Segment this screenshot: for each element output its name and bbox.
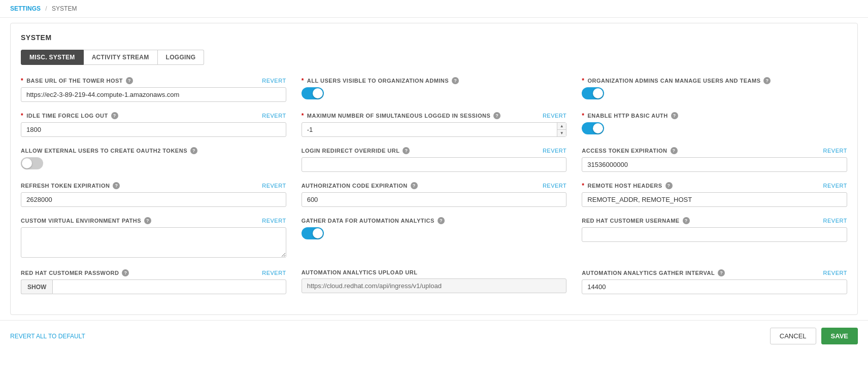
spinner-up[interactable]: ▲ <box>557 123 566 130</box>
max-sessions-revert[interactable]: REVERT <box>543 113 566 119</box>
analytics-gather-interval-input[interactable] <box>582 279 847 294</box>
required-star: * <box>582 182 584 189</box>
field-custom-venv-paths: CUSTOM VIRTUAL ENVIRONMENT PATHS ? REVER… <box>21 217 286 259</box>
max-sessions-help-icon[interactable]: ? <box>493 112 500 119</box>
save-button[interactable]: SAVE <box>821 328 858 344</box>
field-remote-host-headers: * REMOTE HOST HEADERS ? REVERT <box>582 182 847 207</box>
redhat-password-input[interactable] <box>52 279 286 294</box>
tab-activity-stream[interactable]: ACTIVITY STREAM <box>84 50 158 65</box>
redhat-password-group: SHOW <box>21 279 286 294</box>
required-star: * <box>21 112 23 119</box>
system-settings-panel: SYSTEM MISC. SYSTEM ACTIVITY STREAM LOGG… <box>10 23 858 315</box>
gather-analytics-toggle[interactable] <box>302 227 324 239</box>
required-star: * <box>302 112 304 119</box>
remote-host-headers-revert[interactable]: REVERT <box>823 183 847 189</box>
gather-analytics-help-icon[interactable]: ? <box>438 217 445 224</box>
idle-time-help-icon[interactable]: ? <box>111 112 118 119</box>
refresh-token-exp-help-icon[interactable]: ? <box>113 182 120 189</box>
org-admins-manage-toggle-wrap <box>582 87 847 99</box>
access-token-exp-revert[interactable]: REVERT <box>823 148 847 154</box>
breadcrumb-settings-link[interactable]: SETTINGS <box>10 5 41 12</box>
org-admins-manage-label: ORGANIZATION ADMINS CAN MANAGE USERS AND… <box>588 78 761 84</box>
required-star: * <box>21 77 23 84</box>
access-token-exp-input[interactable] <box>582 157 847 172</box>
refresh-token-exp-label: REFRESH TOKEN EXPIRATION <box>21 183 110 189</box>
breadcrumb-separator: / <box>45 5 47 12</box>
login-redirect-revert[interactable]: REVERT <box>543 148 566 154</box>
enable-http-basic-toggle[interactable] <box>582 122 604 134</box>
redhat-password-show-btn[interactable]: SHOW <box>21 279 52 294</box>
refresh-token-exp-revert[interactable]: REVERT <box>262 183 286 189</box>
redhat-username-revert[interactable]: REVERT <box>823 218 847 224</box>
all-users-visible-label: ALL USERS VISIBLE TO ORGANIZATION ADMINS <box>307 78 449 84</box>
toggle-thumb <box>313 88 323 98</box>
redhat-username-help-icon[interactable]: ? <box>683 217 690 224</box>
field-redhat-username: RED HAT CUSTOMER USERNAME ? REVERT <box>582 217 847 259</box>
remote-host-headers-label: REMOTE HOST HEADERS <box>588 183 662 189</box>
redhat-username-input[interactable] <box>582 227 847 242</box>
redhat-password-revert[interactable]: REVERT <box>262 270 286 276</box>
max-sessions-spinner-wrap: ▲ ▼ <box>302 122 567 137</box>
max-sessions-input[interactable] <box>302 122 567 137</box>
auth-code-exp-input[interactable] <box>302 192 567 207</box>
custom-venv-paths-input[interactable] <box>21 227 286 258</box>
allow-external-oauth-help-icon[interactable]: ? <box>190 147 197 154</box>
footer: REVERT ALL TO DEFAULT CANCEL SAVE <box>0 320 868 352</box>
org-admins-manage-help-icon[interactable]: ? <box>763 77 771 84</box>
breadcrumb: SETTINGS / SYSTEM <box>0 0 868 18</box>
analytics-gather-interval-label: AUTOMATION ANALYTICS GATHER INTERVAL <box>582 270 715 276</box>
all-users-visible-toggle-wrap <box>302 87 567 99</box>
idle-time-revert[interactable]: REVERT <box>262 113 286 119</box>
auth-code-exp-label: AUTHORIZATION CODE EXPIRATION <box>302 183 408 189</box>
field-idle-time: * IDLE TIME FORCE LOG OUT ? REVERT <box>21 112 286 137</box>
base-url-help-icon[interactable]: ? <box>126 77 133 84</box>
all-users-visible-help-icon[interactable]: ? <box>452 77 459 84</box>
field-org-admins-manage: * ORGANIZATION ADMINS CAN MANAGE USERS A… <box>582 77 847 102</box>
section-title: SYSTEM <box>21 33 847 42</box>
login-redirect-label: LOGIN REDIRECT OVERRIDE URL <box>302 148 400 154</box>
custom-venv-paths-revert[interactable]: REVERT <box>262 218 286 224</box>
toggle-thumb <box>22 158 32 168</box>
redhat-password-help-icon[interactable]: ? <box>122 269 129 276</box>
enable-http-basic-label: ENABLE HTTP BASIC AUTH <box>588 113 668 119</box>
tab-misc-system[interactable]: MISC. SYSTEM <box>21 50 84 65</box>
cancel-button[interactable]: CANCEL <box>770 328 816 344</box>
field-refresh-token-exp: REFRESH TOKEN EXPIRATION ? REVERT <box>21 182 286 207</box>
base-url-input[interactable] <box>21 87 286 102</box>
spinner-down[interactable]: ▼ <box>557 130 566 136</box>
spinner-buttons: ▲ ▼ <box>557 123 566 136</box>
access-token-exp-help-icon[interactable]: ? <box>671 147 678 154</box>
required-star: * <box>582 112 584 119</box>
auth-code-exp-revert[interactable]: REVERT <box>543 183 566 189</box>
refresh-token-exp-input[interactable] <box>21 192 286 207</box>
tab-logging[interactable]: LOGGING <box>158 50 205 65</box>
max-sessions-label: MAXIMUM NUMBER OF SIMULTANEOUS LOGGED IN… <box>307 113 490 119</box>
remote-host-headers-input[interactable] <box>582 192 847 207</box>
field-base-url: * BASE URL OF THE TOWER HOST ? REVERT <box>21 77 286 102</box>
required-star: * <box>582 77 584 84</box>
analytics-gather-interval-revert[interactable]: REVERT <box>823 270 847 276</box>
allow-external-oauth-toggle[interactable] <box>21 157 43 169</box>
enable-http-basic-help-icon[interactable]: ? <box>671 112 678 119</box>
login-redirect-input[interactable] <box>302 157 567 172</box>
custom-venv-paths-help-icon[interactable]: ? <box>144 217 151 224</box>
form-grid: * BASE URL OF THE TOWER HOST ? REVERT * … <box>21 77 847 304</box>
revert-all-link[interactable]: REVERT ALL TO DEFAULT <box>10 333 85 340</box>
analytics-upload-url-label: AUTOMATION ANALYTICS UPLOAD URL <box>302 269 418 275</box>
field-auth-code-exp: AUTHORIZATION CODE EXPIRATION ? REVERT <box>302 182 567 207</box>
base-url-label: BASE URL OF THE TOWER HOST <box>26 78 123 84</box>
custom-venv-paths-label: CUSTOM VIRTUAL ENVIRONMENT PATHS <box>21 218 141 224</box>
field-analytics-gather-interval: AUTOMATION ANALYTICS GATHER INTERVAL ? R… <box>582 269 847 294</box>
remote-host-headers-help-icon[interactable]: ? <box>665 182 673 189</box>
idle-time-input[interactable] <box>21 122 286 137</box>
auth-code-exp-help-icon[interactable]: ? <box>411 182 418 189</box>
analytics-gather-interval-help-icon[interactable]: ? <box>718 269 725 276</box>
org-admins-manage-toggle[interactable] <box>582 87 604 99</box>
field-enable-http-basic: * ENABLE HTTP BASIC AUTH ? <box>582 112 847 137</box>
toggle-thumb <box>313 228 323 238</box>
settings-tabs: MISC. SYSTEM ACTIVITY STREAM LOGGING <box>21 50 847 65</box>
field-login-redirect: LOGIN REDIRECT OVERRIDE URL ? REVERT <box>302 147 567 172</box>
all-users-visible-toggle[interactable] <box>302 87 324 99</box>
base-url-revert[interactable]: REVERT <box>262 78 286 84</box>
login-redirect-help-icon[interactable]: ? <box>403 147 410 154</box>
